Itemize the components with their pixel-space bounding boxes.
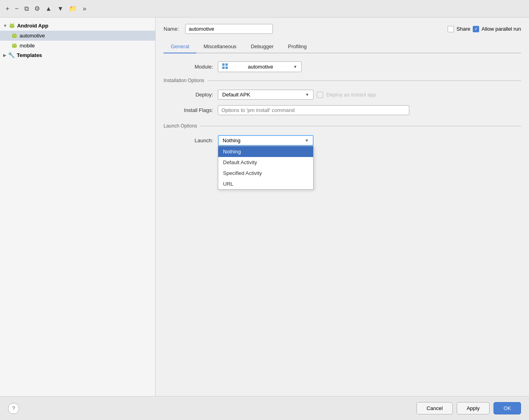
automotive-label: automotive [20,33,45,39]
instant-app-checkbox[interactable] [317,92,323,98]
installation-section-title: Installation Options [164,78,521,83]
main-content: ▼ Android App [0,18,529,396]
install-flags-row: Install Flags: [164,105,521,115]
launch-option-url[interactable]: URL [218,179,313,189]
svg-rect-7 [13,27,14,28]
svg-rect-14 [12,37,13,38]
tree-item-templates[interactable]: ▶ 🔧 Templates [0,51,155,59]
launch-dropdown[interactable]: Nothing ▼ [218,135,314,146]
tab-content-general: Module: automotive ▼ [164,53,521,396]
android-icon-mobile [11,42,18,49]
svg-line-5 [13,23,14,24]
tab-debugger[interactable]: Debugger [244,40,281,53]
instant-app-area: Deploy as instant app [314,90,379,100]
name-label: Name: [164,26,179,32]
copy-button[interactable]: ⧉ [23,4,30,13]
folder-button[interactable]: 📁 [67,4,79,13]
android-icon-automotive [11,32,18,39]
expand-arrow: ▼ [3,24,7,28]
tree-root-android-app[interactable]: ▼ Android App [0,21,155,31]
svg-rect-6 [10,27,11,28]
launch-options-section: Launch Options Launch: Nothing ▼ Nothing… [164,123,521,146]
help-button[interactable]: ? [8,403,19,414]
config-panel: Name: Share ✓ Allow parallel run General… [156,18,529,396]
launch-dropdown-container: Nothing ▼ Nothing Default Activity Speci… [218,135,314,146]
share-area: Share ✓ Allow parallel run [448,26,521,32]
templates-label: Templates [17,52,42,58]
svg-point-3 [12,26,13,26]
remove-button[interactable]: − [13,4,20,13]
name-input[interactable] [185,24,273,34]
svg-line-21 [16,43,16,44]
cancel-button[interactable]: Cancel [416,402,452,414]
launch-label: Launch: [170,137,218,143]
launch-dropdown-menu: Nothing Default Activity Specified Activ… [218,146,314,190]
module-dropdown[interactable]: automotive ▼ [218,61,302,72]
launch-value: Nothing [223,137,241,143]
tree-panel: ▼ Android App [0,18,156,396]
module-row: Module: automotive ▼ [164,61,521,72]
install-flags-label: Install Flags: [170,107,218,113]
svg-line-13 [16,33,16,34]
wrench-icon: 🔧 [8,52,15,58]
launch-dropdown-arrow: ▼ [305,138,309,143]
bottom-bar: ? Cancel Apply OK [0,396,529,420]
launch-option-specified-activity[interactable]: Specified Activity [218,168,313,179]
share-checkbox[interactable] [448,26,454,32]
more-button[interactable]: » [81,4,88,13]
deploy-dropdown[interactable]: Default APK ▼ [218,90,314,100]
svg-line-4 [10,23,11,24]
tabs-bar: General Miscellaneous Debugger Profiling [164,40,521,53]
apply-button[interactable]: Apply [457,402,490,414]
deploy-label: Deploy: [170,92,218,98]
svg-line-20 [13,43,13,44]
up-button[interactable]: ▲ [44,4,53,13]
android-icon [9,22,15,29]
svg-point-18 [13,45,14,46]
parallel-run-checkbox[interactable]: ✓ [473,26,479,32]
launch-section-title: Launch Options [164,123,521,129]
deploy-value: Default APK [222,92,250,98]
svg-point-11 [15,35,16,36]
module-dropdown-arrow: ▼ [293,65,297,69]
mobile-label: mobile [20,43,35,49]
parallel-run-label: Allow parallel run [482,26,521,32]
add-button[interactable]: + [4,4,11,13]
bottom-left: ? [8,403,413,414]
android-app-label: Android App [17,23,48,29]
launch-option-default-activity[interactable]: Default Activity [218,157,313,168]
launch-row: Launch: Nothing ▼ Nothing Default Activi… [164,135,521,146]
share-label: Share [456,26,470,32]
svg-rect-25 [225,63,228,66]
deploy-row: Deploy: Default APK ▼ Deploy as instant … [164,90,521,100]
svg-point-19 [15,45,16,46]
toolbar: + − ⧉ ⚙ ▲ ▼ 📁 » [0,0,529,18]
launch-option-nothing[interactable]: Nothing [218,146,313,157]
tree-item-mobile[interactable]: mobile [0,41,155,51]
module-icon [222,63,228,70]
svg-rect-22 [12,47,13,48]
tree-item-automotive[interactable]: automotive [0,31,155,41]
svg-point-2 [10,26,11,26]
svg-point-10 [13,35,14,36]
instant-app-label: Deploy as instant app [326,92,376,98]
svg-rect-15 [16,37,16,38]
ok-button[interactable]: OK [493,402,521,414]
svg-rect-26 [222,67,225,69]
installation-options-section: Installation Options Deploy: Default APK… [164,78,521,115]
down-button[interactable]: ▼ [56,4,65,13]
install-flags-input[interactable] [218,105,409,115]
tab-miscellaneous[interactable]: Miscellaneous [196,40,243,53]
settings-button[interactable]: ⚙ [33,4,41,13]
config-header: Name: Share ✓ Allow parallel run [164,24,521,34]
svg-rect-24 [222,63,225,66]
tab-profiling[interactable]: Profiling [281,40,314,53]
svg-line-12 [13,33,13,34]
templates-expand-arrow: ▶ [3,53,6,57]
module-label: Module: [170,64,218,70]
deploy-dropdown-arrow: ▼ [305,92,309,97]
svg-rect-27 [225,67,228,69]
svg-rect-23 [16,47,16,48]
tab-general[interactable]: General [164,40,196,53]
module-value: automotive [248,64,273,70]
